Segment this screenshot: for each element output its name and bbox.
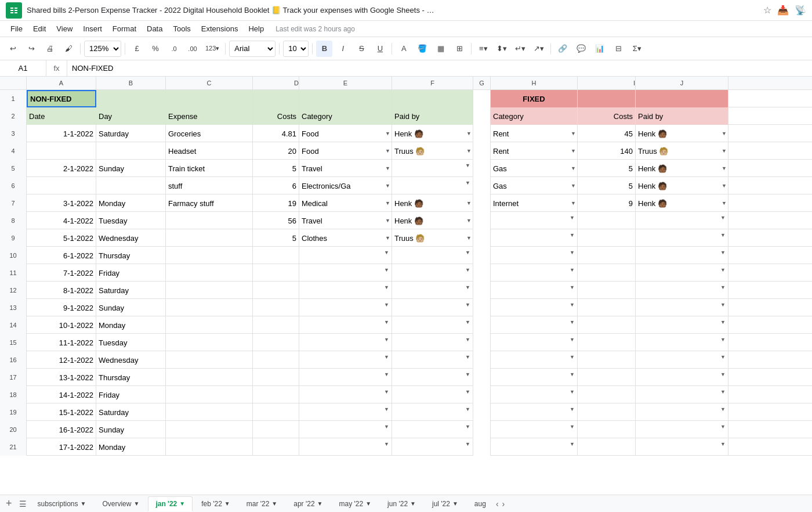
cell-e13[interactable]: ▼ xyxy=(299,299,392,316)
cell-d13[interactable] xyxy=(253,299,299,316)
cell-j19[interactable]: ▼ xyxy=(636,403,728,421)
function-button[interactable]: Σ▾ xyxy=(629,41,645,57)
cell-c14[interactable] xyxy=(166,316,253,334)
menu-extensions[interactable]: Extensions xyxy=(197,23,243,35)
sheet-menu-button[interactable]: ☰ xyxy=(17,499,29,509)
cell-j8[interactable]: ▼ xyxy=(636,212,728,229)
cell-e20[interactable]: ▼ xyxy=(299,421,392,438)
cell-g19[interactable] xyxy=(473,403,491,421)
cell-j21[interactable]: ▼ xyxy=(636,438,728,456)
cell-a13[interactable]: 9-1-2022 xyxy=(27,299,96,316)
cell-b10[interactable]: Thursday xyxy=(96,247,166,264)
tab-nav-left[interactable]: ‹ xyxy=(495,499,500,509)
sheet-tab-subscriptions-arrow[interactable]: ▼ xyxy=(81,500,86,507)
currency-button[interactable]: £ xyxy=(129,41,145,57)
cell-g14[interactable] xyxy=(473,316,491,334)
cell-e10[interactable]: ▼ xyxy=(299,247,392,264)
cell-b11[interactable]: Friday xyxy=(96,264,166,282)
cell-d20[interactable] xyxy=(253,421,299,438)
cell-d12[interactable] xyxy=(253,282,299,299)
col-header-c[interactable]: C xyxy=(166,77,253,89)
cell-a14[interactable]: 10-1-2022 xyxy=(27,316,96,334)
cell-b1[interactable] xyxy=(96,90,166,107)
sheet-tab-mar22-arrow[interactable]: ▼ xyxy=(271,500,277,507)
cell-a15[interactable]: 11-1-2022 xyxy=(27,334,96,351)
cell-c6[interactable]: stuff xyxy=(166,177,253,194)
sheet-tab-jul22[interactable]: jul '22 ▼ xyxy=(425,496,466,511)
cell-g10[interactable] xyxy=(473,247,491,264)
cell-f8[interactable]: Henk 🧑🏾▼ xyxy=(392,212,473,229)
cell-d14[interactable] xyxy=(253,316,299,334)
cell-b17[interactable]: Thursday xyxy=(96,369,166,386)
cell-f2[interactable]: Paid by xyxy=(392,107,473,125)
cell-d5[interactable]: 5 xyxy=(253,160,299,177)
cell-e9[interactable]: Clothes▼ xyxy=(299,229,392,247)
cell-a7[interactable]: 3-1-2022 xyxy=(27,194,96,212)
rotate-button[interactable]: ↗▾ xyxy=(531,41,547,57)
cell-j18[interactable]: ▼ xyxy=(636,386,728,403)
cell-g6[interactable] xyxy=(473,177,491,194)
cell-a11[interactable]: 7-1-2022 xyxy=(27,264,96,282)
sheet-tab-jan22-arrow[interactable]: ▼ xyxy=(179,500,185,507)
cell-b3[interactable]: Saturday xyxy=(96,125,166,142)
cell-a3[interactable]: 1-1-2022 xyxy=(27,125,96,142)
cell-h21[interactable]: ▼ xyxy=(491,438,578,456)
cell-d9[interactable]: 5 xyxy=(253,229,299,247)
cell-j15[interactable]: ▼ xyxy=(636,334,728,351)
sheet-tab-may22-arrow[interactable]: ▼ xyxy=(365,500,371,507)
cell-b4[interactable] xyxy=(96,142,166,160)
cell-i5[interactable]: 5 xyxy=(578,160,636,177)
cell-e1[interactable] xyxy=(299,90,392,107)
add-sheet-button[interactable]: + xyxy=(2,497,16,510)
cell-c11[interactable] xyxy=(166,264,253,282)
cell-f16[interactable]: ▼ xyxy=(392,351,473,369)
sheet-tab-jun22-arrow[interactable]: ▼ xyxy=(410,500,416,507)
cell-f17[interactable]: ▼ xyxy=(392,369,473,386)
cell-f10[interactable]: ▼ xyxy=(392,247,473,264)
cell-g5[interactable] xyxy=(473,160,491,177)
wrap-button[interactable]: ↵▾ xyxy=(512,41,528,57)
cell-i11[interactable] xyxy=(578,264,636,282)
redo-button[interactable]: ↪ xyxy=(23,41,39,57)
cell-i4[interactable]: 140 xyxy=(578,142,636,160)
cell-e11[interactable]: ▼ xyxy=(299,264,392,282)
cell-c4[interactable]: Headset xyxy=(166,142,253,160)
cell-c12[interactable] xyxy=(166,282,253,299)
cell-c5[interactable]: Train ticket xyxy=(166,160,253,177)
cell-h9[interactable]: ▼ xyxy=(491,229,578,247)
menu-insert[interactable]: Insert xyxy=(78,23,107,35)
cell-i18[interactable] xyxy=(578,386,636,403)
cell-h5[interactable]: Gas▼ xyxy=(491,160,578,177)
cell-d2[interactable]: Costs xyxy=(253,107,299,125)
cell-b8[interactable]: Tuesday xyxy=(96,212,166,229)
col-header-a[interactable]: A xyxy=(27,77,96,89)
cell-d16[interactable] xyxy=(253,351,299,369)
cell-g13[interactable] xyxy=(473,299,491,316)
underline-button[interactable]: U xyxy=(372,41,388,57)
cell-g2[interactable] xyxy=(473,107,491,125)
menu-edit[interactable]: Edit xyxy=(28,23,50,35)
sheet-tab-overview-arrow[interactable]: ▼ xyxy=(133,500,139,507)
cell-f12[interactable]: ▼ xyxy=(392,282,473,299)
cell-f7[interactable]: Henk 🧑🏾▼ xyxy=(392,194,473,212)
cell-f1[interactable] xyxy=(392,90,473,107)
cell-b2[interactable]: Day xyxy=(96,107,166,125)
cell-d10[interactable] xyxy=(253,247,299,264)
cell-h11[interactable]: ▼ xyxy=(491,264,578,282)
cell-j6[interactable]: Henk 🧑🏾▼ xyxy=(636,177,728,194)
cell-d8[interactable]: 56 xyxy=(253,212,299,229)
cell-a20[interactable]: 16-1-2022 xyxy=(27,421,96,438)
cell-c13[interactable] xyxy=(166,299,253,316)
cell-f11[interactable]: ▼ xyxy=(392,264,473,282)
cell-d19[interactable] xyxy=(253,403,299,421)
borders-button[interactable]: ▦ xyxy=(433,41,449,57)
cell-d15[interactable] xyxy=(253,334,299,351)
cell-h7[interactable]: Internet▼ xyxy=(491,194,578,212)
menu-help[interactable]: Help xyxy=(244,23,269,35)
cell-j20[interactable]: ▼ xyxy=(636,421,728,438)
cell-f21[interactable]: ▼ xyxy=(392,438,473,456)
cell-g20[interactable] xyxy=(473,421,491,438)
menu-view[interactable]: View xyxy=(52,23,77,35)
cell-h1[interactable]: FIXED xyxy=(491,90,578,107)
cell-e3[interactable]: Food▼ xyxy=(299,125,392,142)
